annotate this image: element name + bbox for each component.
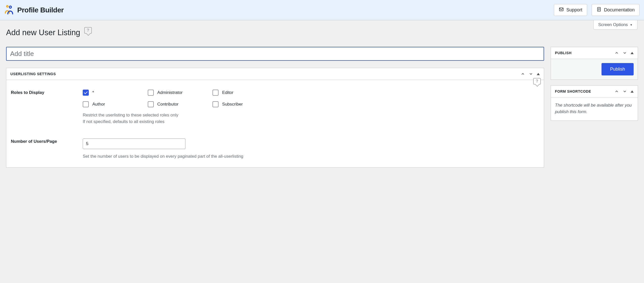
svg-rect-2 bbox=[559, 8, 563, 11]
role-checkbox-subscriber[interactable]: Subscriber bbox=[212, 101, 275, 107]
publish-title: PUBLISH bbox=[555, 51, 572, 55]
brand-logo-icon bbox=[3, 4, 14, 16]
screen-options-label: Screen Options bbox=[598, 22, 628, 27]
support-button[interactable]: Support bbox=[554, 4, 587, 16]
roles-label: Roles to Display bbox=[11, 90, 83, 125]
checkbox-icon bbox=[83, 101, 89, 107]
role-checkbox-author[interactable]: Author bbox=[83, 101, 145, 107]
sidebar-column: PUBLISH Publish bbox=[551, 47, 638, 126]
shortcode-header: FORM SHORTCODE bbox=[551, 86, 638, 97]
publish-box: PUBLISH Publish bbox=[551, 47, 638, 80]
users-per-page-input[interactable] bbox=[83, 138, 185, 149]
page-title-row: Add new User Listing ? bbox=[6, 28, 638, 37]
collapse-toggle-icon[interactable] bbox=[537, 73, 540, 75]
layout-columns: USERLISTING SETTINGS ? Roles to bbox=[6, 47, 638, 173]
screen-options-button[interactable]: Screen Options ▼ bbox=[593, 20, 637, 30]
document-icon bbox=[596, 7, 602, 13]
role-checkbox-all[interactable]: * bbox=[83, 90, 145, 96]
role-label: Author bbox=[92, 102, 105, 107]
move-up-icon[interactable] bbox=[521, 72, 525, 76]
metabox-controls bbox=[614, 89, 634, 94]
move-down-icon[interactable] bbox=[622, 89, 627, 94]
brand-title: Profile Builder bbox=[17, 6, 64, 14]
role-label: Editor bbox=[222, 90, 233, 95]
role-label: Subscriber bbox=[222, 102, 243, 107]
panel-help-icon[interactable]: ? bbox=[533, 78, 541, 85]
checkbox-icon bbox=[212, 90, 219, 96]
roles-description: Restrict the userlisting to these select… bbox=[83, 112, 539, 125]
svg-point-1 bbox=[9, 6, 11, 8]
checkbox-icon bbox=[148, 90, 154, 96]
help-icon[interactable]: ? bbox=[84, 27, 92, 34]
role-checkbox-administrator[interactable]: Administrator bbox=[148, 90, 210, 96]
userlisting-settings-box: USERLISTING SETTINGS ? Roles to bbox=[6, 68, 544, 168]
top-header: Profile Builder Support Documentation bbox=[0, 0, 644, 20]
users-per-page-body: Set the number of users to be displayed … bbox=[83, 138, 539, 160]
publish-header: PUBLISH bbox=[551, 47, 638, 59]
collapse-toggle-icon[interactable] bbox=[631, 90, 634, 93]
users-per-page-desc: Set the number of users to be displayed … bbox=[83, 153, 539, 160]
role-label: Administrator bbox=[157, 90, 183, 95]
move-up-icon[interactable] bbox=[614, 51, 619, 55]
role-label: Contributor bbox=[157, 102, 179, 107]
move-down-icon[interactable] bbox=[529, 72, 533, 76]
main-column: USERLISTING SETTINGS ? Roles to bbox=[6, 47, 544, 173]
checkbox-icon bbox=[83, 90, 89, 96]
userlisting-settings-header: USERLISTING SETTINGS bbox=[6, 68, 544, 80]
documentation-button[interactable]: Documentation bbox=[592, 4, 639, 16]
support-label: Support bbox=[566, 7, 582, 13]
publish-body: Publish bbox=[551, 59, 638, 79]
publish-button[interactable]: Publish bbox=[602, 63, 634, 75]
checkbox-icon bbox=[212, 101, 219, 107]
roles-field-row: Roles to Display * Administrator bbox=[11, 84, 539, 125]
roles-desc-line2: If not specified, defaults to all existi… bbox=[83, 118, 539, 125]
page-body: Screen Options ▼ Add new User Listing ? … bbox=[0, 20, 644, 183]
envelope-icon bbox=[559, 7, 564, 13]
userlisting-settings-title: USERLISTING SETTINGS bbox=[10, 72, 56, 76]
move-down-icon[interactable] bbox=[622, 51, 627, 55]
users-per-page-label: Number of Users/Page bbox=[11, 138, 83, 160]
form-shortcode-box: FORM SHORTCODE The shortcode will be ava… bbox=[551, 85, 638, 121]
users-per-page-row: Number of Users/Page Set the number of u… bbox=[11, 125, 539, 160]
metabox-controls bbox=[614, 51, 634, 55]
shortcode-message: The shortcode will be available after yo… bbox=[551, 97, 638, 120]
role-label: * bbox=[92, 90, 94, 95]
roles-desc-line1: Restrict the userlisting to these select… bbox=[83, 112, 539, 118]
checkbox-icon bbox=[148, 101, 154, 107]
shortcode-title: FORM SHORTCODE bbox=[555, 89, 591, 93]
move-up-icon[interactable] bbox=[614, 89, 619, 94]
title-input[interactable] bbox=[6, 47, 544, 61]
roles-grid: * Administrator Editor bbox=[83, 90, 275, 107]
metabox-controls bbox=[521, 72, 540, 76]
page-title: Add new User Listing bbox=[6, 28, 80, 37]
svg-point-0 bbox=[7, 5, 8, 7]
documentation-label: Documentation bbox=[604, 7, 635, 13]
chevron-down-icon: ▼ bbox=[630, 23, 633, 26]
userlisting-settings-body: ? Roles to Display * Ad bbox=[6, 80, 544, 167]
brand-area: Profile Builder bbox=[3, 4, 64, 16]
role-checkbox-contributor[interactable]: Contributor bbox=[148, 101, 210, 107]
header-actions: Support Documentation bbox=[554, 4, 639, 16]
collapse-toggle-icon[interactable] bbox=[631, 52, 634, 54]
role-checkbox-editor[interactable]: Editor bbox=[212, 90, 275, 96]
roles-body: * Administrator Editor bbox=[83, 90, 539, 125]
